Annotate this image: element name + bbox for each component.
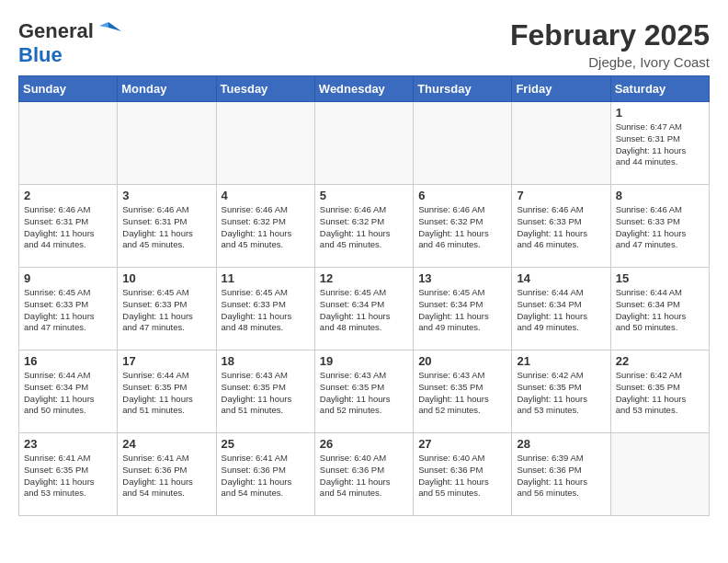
day-cell: 7Sunrise: 6:46 AM Sunset: 6:33 PM Daylig… xyxy=(512,185,610,268)
day-cell: 20Sunrise: 6:43 AM Sunset: 6:35 PM Dayli… xyxy=(414,350,512,433)
day-cell xyxy=(512,102,610,185)
day-info: Sunrise: 6:41 AM Sunset: 6:35 PM Dayligh… xyxy=(24,453,112,500)
logo-bird-icon xyxy=(96,18,121,44)
day-cell: 28Sunrise: 6:39 AM Sunset: 6:36 PM Dayli… xyxy=(512,433,610,516)
svg-marker-1 xyxy=(99,22,108,28)
day-info: Sunrise: 6:46 AM Sunset: 6:32 PM Dayligh… xyxy=(320,204,408,251)
day-number: 13 xyxy=(418,271,506,285)
day-info: Sunrise: 6:45 AM Sunset: 6:33 PM Dayligh… xyxy=(222,287,310,334)
week-row-1: 1Sunrise: 6:47 AM Sunset: 6:31 PM Daylig… xyxy=(19,102,710,185)
day-info: Sunrise: 6:47 AM Sunset: 6:31 PM Dayligh… xyxy=(616,121,704,168)
day-info: Sunrise: 6:45 AM Sunset: 6:33 PM Dayligh… xyxy=(24,287,112,334)
day-number: 28 xyxy=(517,437,605,451)
logo-blue: Blue xyxy=(18,44,121,66)
day-cell: 25Sunrise: 6:41 AM Sunset: 6:36 PM Dayli… xyxy=(216,433,314,516)
day-cell: 27Sunrise: 6:40 AM Sunset: 6:36 PM Dayli… xyxy=(414,433,512,516)
day-cell: 15Sunrise: 6:44 AM Sunset: 6:34 PM Dayli… xyxy=(610,268,709,350)
day-cell xyxy=(314,102,413,185)
day-number: 6 xyxy=(418,189,506,202)
day-info: Sunrise: 6:42 AM Sunset: 6:35 PM Dayligh… xyxy=(517,370,605,417)
day-cell: 18Sunrise: 6:43 AM Sunset: 6:35 PM Dayli… xyxy=(216,350,314,433)
day-info: Sunrise: 6:46 AM Sunset: 6:31 PM Dayligh… xyxy=(122,204,210,251)
day-info: Sunrise: 6:42 AM Sunset: 6:35 PM Dayligh… xyxy=(616,370,704,417)
day-number: 12 xyxy=(320,271,408,285)
day-number: 5 xyxy=(320,189,408,202)
day-number: 17 xyxy=(122,354,210,368)
day-info: Sunrise: 6:46 AM Sunset: 6:32 PM Dayligh… xyxy=(222,204,310,251)
day-info: Sunrise: 6:46 AM Sunset: 6:32 PM Dayligh… xyxy=(418,204,506,251)
day-info: Sunrise: 6:41 AM Sunset: 6:36 PM Dayligh… xyxy=(122,453,210,500)
day-number: 25 xyxy=(222,437,310,451)
day-info: Sunrise: 6:41 AM Sunset: 6:36 PM Dayligh… xyxy=(222,453,310,500)
day-cell xyxy=(19,102,118,185)
week-row-5: 23Sunrise: 6:41 AM Sunset: 6:35 PM Dayli… xyxy=(19,433,710,516)
day-cell: 10Sunrise: 6:45 AM Sunset: 6:33 PM Dayli… xyxy=(118,268,216,350)
day-cell: 23Sunrise: 6:41 AM Sunset: 6:35 PM Dayli… xyxy=(19,433,118,516)
day-cell: 3Sunrise: 6:46 AM Sunset: 6:31 PM Daylig… xyxy=(118,185,216,268)
day-number: 27 xyxy=(418,437,506,451)
calendar-table: SundayMondayTuesdayWednesdayThursdayFrid… xyxy=(18,75,710,516)
day-number: 20 xyxy=(418,354,506,368)
day-number: 26 xyxy=(320,437,408,451)
day-info: Sunrise: 6:40 AM Sunset: 6:36 PM Dayligh… xyxy=(418,453,506,500)
day-cell xyxy=(216,102,314,185)
day-cell: 22Sunrise: 6:42 AM Sunset: 6:35 PM Dayli… xyxy=(610,350,709,433)
day-cell: 12Sunrise: 6:45 AM Sunset: 6:34 PM Dayli… xyxy=(314,268,413,350)
day-number: 21 xyxy=(517,354,605,368)
day-cell: 13Sunrise: 6:45 AM Sunset: 6:34 PM Dayli… xyxy=(414,268,512,350)
day-info: Sunrise: 6:39 AM Sunset: 6:36 PM Dayligh… xyxy=(517,453,605,500)
day-number: 15 xyxy=(616,271,704,285)
day-number: 16 xyxy=(24,354,112,368)
day-number: 2 xyxy=(24,189,112,202)
day-number: 3 xyxy=(122,189,210,202)
day-info: Sunrise: 6:43 AM Sunset: 6:35 PM Dayligh… xyxy=(418,370,506,417)
day-number: 1 xyxy=(616,106,704,120)
day-info: Sunrise: 6:44 AM Sunset: 6:34 PM Dayligh… xyxy=(616,287,704,334)
svg-marker-0 xyxy=(108,22,121,31)
logo-general: General xyxy=(18,20,94,42)
day-cell xyxy=(610,433,709,516)
day-cell: 19Sunrise: 6:43 AM Sunset: 6:35 PM Dayli… xyxy=(314,350,413,433)
day-number: 22 xyxy=(616,354,704,368)
day-info: Sunrise: 6:44 AM Sunset: 6:34 PM Dayligh… xyxy=(24,370,112,417)
day-cell: 5Sunrise: 6:46 AM Sunset: 6:32 PM Daylig… xyxy=(314,185,413,268)
weekday-header-row: SundayMondayTuesdayWednesdayThursdayFrid… xyxy=(19,76,710,102)
day-cell: 16Sunrise: 6:44 AM Sunset: 6:34 PM Dayli… xyxy=(19,350,118,433)
week-row-3: 9Sunrise: 6:45 AM Sunset: 6:33 PM Daylig… xyxy=(19,268,710,350)
day-cell xyxy=(414,102,512,185)
day-cell: 17Sunrise: 6:44 AM Sunset: 6:35 PM Dayli… xyxy=(118,350,216,433)
day-info: Sunrise: 6:45 AM Sunset: 6:33 PM Dayligh… xyxy=(122,287,210,334)
day-info: Sunrise: 6:46 AM Sunset: 6:31 PM Dayligh… xyxy=(24,204,112,251)
weekday-header-friday: Friday xyxy=(512,76,610,102)
day-cell: 2Sunrise: 6:46 AM Sunset: 6:31 PM Daylig… xyxy=(19,185,118,268)
day-cell: 24Sunrise: 6:41 AM Sunset: 6:36 PM Dayli… xyxy=(118,433,216,516)
weekday-header-monday: Monday xyxy=(118,76,216,102)
day-number: 14 xyxy=(517,271,605,285)
day-number: 4 xyxy=(222,189,310,202)
month-title: February 2025 xyxy=(510,18,710,52)
day-number: 9 xyxy=(24,271,112,285)
day-cell: 21Sunrise: 6:42 AM Sunset: 6:35 PM Dayli… xyxy=(512,350,610,433)
day-info: Sunrise: 6:43 AM Sunset: 6:35 PM Dayligh… xyxy=(222,370,310,417)
day-cell: 8Sunrise: 6:46 AM Sunset: 6:33 PM Daylig… xyxy=(610,185,709,268)
weekday-header-thursday: Thursday xyxy=(414,76,512,102)
day-cell: 4Sunrise: 6:46 AM Sunset: 6:32 PM Daylig… xyxy=(216,185,314,268)
day-info: Sunrise: 6:44 AM Sunset: 6:34 PM Dayligh… xyxy=(517,287,605,334)
day-number: 7 xyxy=(517,189,605,202)
weekday-header-sunday: Sunday xyxy=(19,76,118,102)
day-info: Sunrise: 6:40 AM Sunset: 6:36 PM Dayligh… xyxy=(320,453,408,500)
logo: General Blue xyxy=(18,18,121,66)
day-cell: 26Sunrise: 6:40 AM Sunset: 6:36 PM Dayli… xyxy=(314,433,413,516)
day-cell: 11Sunrise: 6:45 AM Sunset: 6:33 PM Dayli… xyxy=(216,268,314,350)
day-cell: 1Sunrise: 6:47 AM Sunset: 6:31 PM Daylig… xyxy=(610,102,709,185)
day-number: 24 xyxy=(122,437,210,451)
weekday-header-wednesday: Wednesday xyxy=(314,76,413,102)
week-row-4: 16Sunrise: 6:44 AM Sunset: 6:34 PM Dayli… xyxy=(19,350,710,433)
day-info: Sunrise: 6:46 AM Sunset: 6:33 PM Dayligh… xyxy=(616,204,704,251)
weekday-header-tuesday: Tuesday xyxy=(216,76,314,102)
day-info: Sunrise: 6:44 AM Sunset: 6:35 PM Dayligh… xyxy=(122,370,210,417)
day-cell xyxy=(118,102,216,185)
day-info: Sunrise: 6:46 AM Sunset: 6:33 PM Dayligh… xyxy=(517,204,605,251)
day-info: Sunrise: 6:45 AM Sunset: 6:34 PM Dayligh… xyxy=(418,287,506,334)
day-cell: 14Sunrise: 6:44 AM Sunset: 6:34 PM Dayli… xyxy=(512,268,610,350)
